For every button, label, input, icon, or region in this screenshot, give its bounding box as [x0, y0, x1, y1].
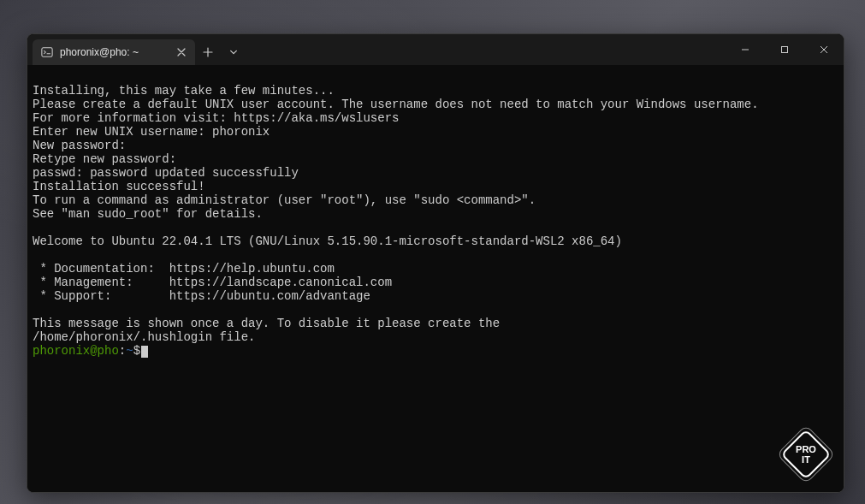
svg-rect-3	[779, 427, 833, 482]
terminal-line	[33, 248, 838, 262]
terminal-line: Installation successful!	[33, 180, 838, 193]
terminal-output[interactable]: Installing, this may take a few minutes.…	[27, 65, 844, 492]
svg-rect-1	[782, 47, 788, 53]
new-tab-button[interactable]	[195, 39, 221, 65]
close-button[interactable]	[804, 34, 844, 65]
titlebar[interactable]: phoronix@pho: ~	[27, 34, 844, 65]
tab-active[interactable]: phoronix@pho: ~	[33, 39, 195, 65]
terminal-line	[33, 303, 838, 317]
terminal-line: Enter new UNIX username: phoronix	[33, 125, 838, 139]
svg-text:PRO: PRO	[796, 444, 816, 454]
tab-dropdown-button[interactable]	[221, 39, 246, 65]
terminal-line: * Support: https://ubuntu.com/advantage	[33, 289, 838, 303]
prompt-symbol: $	[133, 344, 140, 358]
terminal-line: This message is shown once a day. To dis…	[33, 317, 838, 330]
terminal-line: Please create a default UNIX user accoun…	[33, 98, 838, 111]
terminal-line: * Documentation: https://help.ubuntu.com	[33, 262, 838, 276]
tabs-region: phoronix@pho: ~	[27, 34, 246, 65]
minimize-button[interactable]	[726, 34, 765, 65]
titlebar-drag-region[interactable]	[246, 34, 726, 65]
terminal-line	[33, 221, 838, 234]
prompt-colon: :	[119, 344, 126, 358]
terminal-line: passwd: password updated successfully	[33, 166, 838, 180]
terminal-line: New password:	[33, 139, 838, 152]
terminal-lines: Installing, this may take a few minutes.…	[33, 84, 838, 344]
terminal-line: Retype new password:	[33, 152, 838, 166]
terminal-icon	[41, 46, 53, 58]
terminal-line: Welcome to Ubuntu 22.04.1 LTS (GNU/Linux…	[33, 234, 838, 248]
svg-rect-0	[42, 48, 52, 57]
prompt-path: ~	[126, 344, 133, 358]
terminal-line: * Management: https://landscape.canonica…	[33, 276, 838, 289]
svg-text:IT: IT	[802, 454, 810, 465]
svg-rect-2	[782, 430, 831, 479]
prompt-user-host: phoronix@pho	[33, 344, 119, 358]
terminal-line: For more information visit: https://aka.…	[33, 111, 838, 125]
window-controls	[726, 34, 844, 65]
cursor	[141, 346, 148, 358]
maximize-button[interactable]	[765, 34, 804, 65]
terminal-window: phoronix@pho: ~ Instal	[27, 33, 844, 493]
terminal-line: /home/phoronix/.hushlogin file.	[33, 330, 838, 344]
tab-title: phoronix@pho: ~	[60, 46, 168, 58]
terminal-line: To run a command as administrator (user …	[33, 193, 838, 207]
watermark-badge: PRO IT	[779, 427, 833, 482]
terminal-line: See "man sudo_root" for details.	[33, 207, 838, 221]
tab-close-button[interactable]	[175, 45, 188, 59]
terminal-line: Installing, this may take a few minutes.…	[33, 84, 838, 98]
prompt-line: phoronix@pho:~$	[33, 344, 838, 358]
